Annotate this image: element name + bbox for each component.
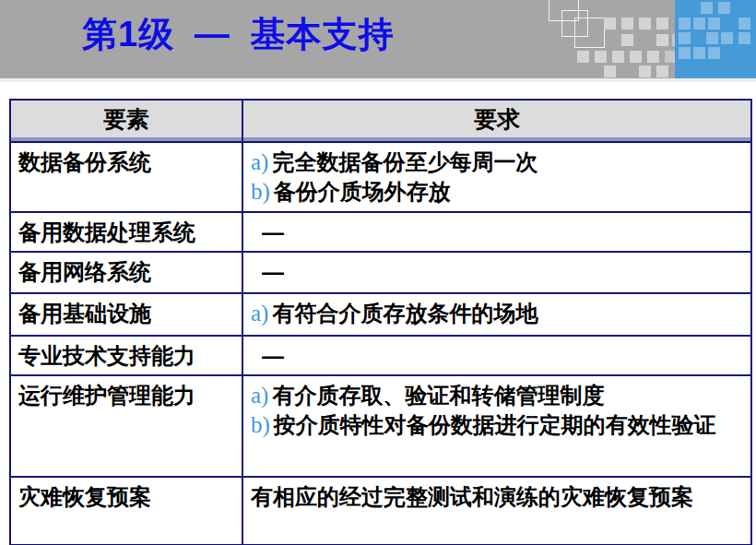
deco-square <box>647 51 659 63</box>
deco-square <box>595 51 607 63</box>
requirement-text: 有符合介质存放条件的场地 <box>272 301 537 326</box>
table-row: 备用数据处理系统 — <box>10 212 751 252</box>
deco-square <box>721 32 733 44</box>
requirement-text: 按介质特性对备份数据进行定期的有效性验证 <box>274 412 716 437</box>
deco-square <box>639 65 651 77</box>
deco-square <box>604 18 616 30</box>
requirement-cell: — <box>242 336 751 375</box>
element-cell: 备用网络系统 <box>10 252 242 293</box>
element-cell: 备用数据处理系统 <box>10 212 242 252</box>
requirement-line: — <box>251 341 743 371</box>
requirements-table: 要素 要求 数据备份系统 a)完全数据备份至少每周一次 b)备份介质场外存放 备… <box>9 99 752 545</box>
requirement-text: — <box>262 343 284 368</box>
requirement-cell: 有相应的经过完整测试和演练的灾难恢复预案 <box>242 477 751 545</box>
deco-square <box>708 18 720 30</box>
list-marker: a) <box>251 383 268 408</box>
deco-square <box>701 2 713 14</box>
deco-square <box>577 51 589 63</box>
requirement-text: 备份介质场外存放 <box>274 179 451 204</box>
requirement-text: — <box>262 259 284 284</box>
deco-square <box>693 47 705 59</box>
deco-square <box>656 18 668 30</box>
requirement-text: 有相应的经过完整测试和演练的灾难恢复预案 <box>251 484 693 509</box>
requirement-line: 有相应的经过完整测试和演练的灾难恢复预案 <box>251 482 743 512</box>
deco-outline-square <box>574 18 605 48</box>
deco-square <box>679 18 691 30</box>
slide: 第1级 — 基本支持 <box>0 0 756 545</box>
requirement-line: b)备份介质场外存放 <box>251 177 743 207</box>
deco-square <box>679 47 691 59</box>
table-row: 运行维护管理能力 a)有介质存取、验证和转储管理制度 b)按介质特性对备份数据进… <box>10 375 751 477</box>
deco-square <box>708 47 720 59</box>
requirement-line: — <box>251 218 743 247</box>
deco-square <box>738 32 750 44</box>
deco-square <box>656 65 668 77</box>
element-cell: 备用基础设施 <box>10 293 242 336</box>
element-cell: 数据备份系统 <box>10 142 242 212</box>
deco-square <box>679 32 691 44</box>
element-cell: 灾难恢复预案 <box>10 477 242 545</box>
list-marker: a) <box>251 149 268 174</box>
requirement-line: a)有介质存取、验证和转储管理制度 <box>251 381 743 410</box>
deco-outline-square <box>549 0 579 21</box>
list-marker: a) <box>251 301 268 326</box>
requirement-cell: a)有介质存取、验证和转储管理制度 b)按介质特性对备份数据进行定期的有效性验证 <box>242 375 751 477</box>
deco-square <box>621 18 633 30</box>
requirement-line: b)按介质特性对备份数据进行定期的有效性验证 <box>251 410 743 440</box>
deco-square <box>718 2 730 14</box>
deco-square <box>621 34 633 46</box>
deco-outline-square <box>561 10 588 37</box>
element-cell: 专业技术支持能力 <box>10 336 242 375</box>
table-row: 备用基础设施 a)有符合介质存放条件的场地 <box>10 293 751 336</box>
deco-square <box>639 18 651 30</box>
deco-square <box>693 18 705 30</box>
deco-square <box>738 18 750 30</box>
requirement-text: 完全数据备份至少每周一次 <box>272 149 537 174</box>
table-row: 专业技术支持能力 — <box>10 336 751 375</box>
table-row: 数据备份系统 a)完全数据备份至少每周一次 b)备份介质场外存放 <box>10 142 751 212</box>
list-marker: b) <box>251 412 270 437</box>
page-title: 第1级 — 基本支持 <box>82 11 394 58</box>
accent-panel <box>675 0 756 78</box>
deco-square <box>706 32 718 44</box>
table-row: 灾难恢复预案 有相应的经过完整测试和演练的灾难恢复预案 <box>10 477 751 545</box>
title-banner: 第1级 — 基本支持 <box>0 0 756 82</box>
element-cell: 运行维护管理能力 <box>10 375 242 477</box>
requirement-cell: a)有符合介质存放条件的场地 <box>242 293 751 336</box>
deco-square <box>665 51 677 63</box>
requirement-cell: — <box>242 252 751 293</box>
requirement-line: — <box>251 257 743 287</box>
requirement-cell: — <box>242 212 751 252</box>
requirement-cell: a)完全数据备份至少每周一次 b)备份介质场外存放 <box>242 142 751 212</box>
deco-square <box>604 65 616 77</box>
deco-square <box>656 34 668 46</box>
table-row: 备用网络系统 — <box>10 252 751 293</box>
requirement-text: — <box>262 219 284 244</box>
deco-square <box>612 51 624 63</box>
list-marker: b) <box>251 179 270 204</box>
column-header-element: 要素 <box>10 100 242 142</box>
requirement-line: a)有符合介质存放条件的场地 <box>251 299 743 328</box>
requirement-line: a)完全数据备份至少每周一次 <box>251 148 743 177</box>
column-header-requirement: 要求 <box>242 100 751 142</box>
deco-square <box>630 51 642 63</box>
requirement-text: 有介质存取、验证和转储管理制度 <box>272 383 604 408</box>
deco-square <box>672 34 684 46</box>
table-header-row: 要素 要求 <box>10 100 751 142</box>
